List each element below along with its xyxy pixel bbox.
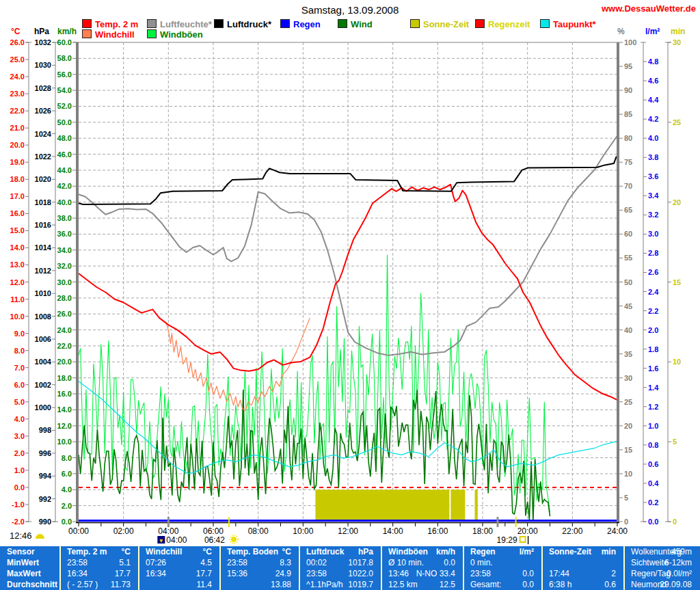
axis-label-pct: 50 [624, 278, 632, 286]
axis-label-kmh: 60.0 [57, 38, 72, 46]
axis-label-pct: 10 [624, 470, 632, 478]
axis-label-kmh: 50.0 [57, 118, 72, 126]
axis-label-l/m²: 3.0 [648, 230, 658, 238]
cell-value: 459m [671, 547, 692, 557]
axis-label-pct: 5 [624, 494, 628, 502]
axis-label-l/m²: 1.4 [648, 384, 659, 392]
axis-label-kmh: 58.0 [57, 54, 72, 62]
cell-text: 23:58 [227, 558, 247, 567]
sunrise-icon [231, 537, 237, 542]
table-cell: 12.5 km12.5 [383, 579, 461, 590]
table-separator [219, 546, 221, 590]
axis-label-l/m²: 3.6 [648, 172, 658, 180]
table-cell: MinWert [1, 557, 57, 568]
axis-label-kmh: 42.0 [57, 182, 72, 190]
axis-label-pct: 95 [624, 62, 632, 70]
table-cell: Sensor [1, 546, 57, 557]
table-cell: 13.88 [221, 579, 297, 590]
sonne-zeit-bar [475, 490, 478, 520]
table-cell: 07:264.5 [140, 557, 217, 568]
axis-label-hPa: 1032 [35, 38, 51, 46]
table-cell: Neumond29.09.08 [625, 579, 697, 590]
table-cell: 00:021017.8 [301, 557, 379, 568]
plot-frame-left [76, 42, 79, 523]
table-separator [463, 546, 464, 590]
axis-label-°C: 5.0 [14, 398, 25, 406]
cell-text: Durchschnitt [7, 580, 57, 589]
axis-label-pct: 15 [624, 446, 632, 454]
axis-label-kmh: 22.0 [57, 342, 72, 350]
x-tick-label: 06:00 [203, 526, 224, 536]
x-tick-label: 12:00 [338, 526, 358, 536]
table-separator [59, 546, 61, 590]
weather-dashboard: Samstag, 13.09.2008 www.DessauWetter.de … [0, 0, 700, 590]
cell-text: Sonne-Zeit [549, 547, 591, 557]
cell-text: Gesamt: [470, 580, 501, 589]
cell-text: 0 min. [470, 558, 493, 567]
x-tick-label: 00:00 [68, 526, 89, 536]
axis-label-hPa: 1016 [35, 221, 51, 229]
axis-label-°C: 21.0 [10, 124, 25, 132]
cell-text: 15:36 [227, 569, 247, 578]
axis-label-kmh: 24.0 [57, 326, 72, 334]
cell-value: °C [203, 547, 212, 557]
axis-label-l/m²: 1.0 [648, 422, 658, 430]
cell-text: Temp. Boden [227, 547, 278, 557]
axis-label-°C: 6.0 [14, 381, 25, 389]
axis-label-°C: 18.0 [10, 175, 25, 183]
x-tick-label: 10:00 [293, 526, 313, 536]
table-separator [541, 546, 543, 590]
cell-text: Windböen [388, 547, 428, 557]
axis-label-kmh: 56.0 [57, 70, 72, 79]
axis-label-min: 0 [673, 518, 677, 526]
axis-label-°C: 16.0 [10, 209, 25, 217]
x-tick-label: 18:00 [472, 526, 493, 536]
axis-label-l/m²: 0.0 [648, 518, 658, 526]
table-cell: ^1.1hPa/h1019.7 [301, 579, 379, 590]
axis-label-hPa: 1028 [35, 84, 51, 92]
cell-text: MinWert [7, 558, 39, 567]
axis-label-pct: 75 [624, 158, 632, 166]
cell-text: 16:34 [67, 569, 88, 578]
x-tick-label: 08:00 [248, 526, 269, 536]
cell-value: 1019.7 [348, 580, 373, 589]
axis-label-hPa: 1004 [35, 358, 52, 366]
axis-label-l/m²: 4.8 [648, 57, 658, 66]
axis-label-pct: 40 [624, 326, 632, 334]
moonset-arrow: ▾ [159, 537, 163, 544]
axis-label-l/m²: 0.4 [648, 479, 659, 487]
axis-label-l/m²: 4.6 [648, 77, 658, 85]
axis-label-pct: 60 [624, 230, 632, 238]
sunset-icon [520, 537, 526, 542]
axis-label-°C: 1.0 [14, 466, 25, 474]
plot-frame-right [617, 42, 619, 523]
table-cell: Ø 10 min.0.0 [383, 557, 461, 568]
x-tick-label: 14:00 [383, 526, 403, 536]
axis-label-kmh: 28.0 [57, 294, 72, 302]
axis-label-l/m²: 4.2 [648, 115, 658, 123]
axis-label-l/m²: 3.4 [648, 191, 659, 200]
cell-text: 23:58 [470, 569, 491, 578]
table-cell: 0 min. [465, 557, 539, 568]
axis-label-°C: 0.0 [14, 483, 25, 492]
table-cell: Regenl/m² [465, 546, 539, 557]
axis-label-°C: 20.0 [10, 141, 25, 149]
axis-label-pct: 80 [624, 134, 632, 142]
cell-text: MaxWert [7, 569, 41, 578]
cell-value: 0.0l/m² [667, 569, 692, 578]
cell-value: 12.5 [440, 580, 455, 589]
axis-label-hPa: 1002 [35, 381, 51, 389]
table-cell: Regen/Tag0.0l/m² [625, 568, 697, 579]
cell-value: 1017.8 [348, 558, 373, 567]
axis-label-kmh: 40.0 [57, 198, 72, 206]
cell-value: l/m² [520, 547, 534, 557]
cell-value: 0.6 [604, 580, 616, 589]
table-cell: Gesamt:0.0 [465, 579, 539, 590]
axis-label-hPa: 1008 [35, 312, 51, 321]
table-cell: Wolkenunterg459m [625, 546, 697, 557]
cell-text: 12.5 km [388, 580, 418, 589]
axis-label-kmh: 46.0 [57, 150, 72, 159]
sun-half-icon [36, 534, 44, 539]
axis-label-kmh: 0.0 [62, 518, 72, 526]
axis-label-min: 15 [673, 278, 681, 286]
